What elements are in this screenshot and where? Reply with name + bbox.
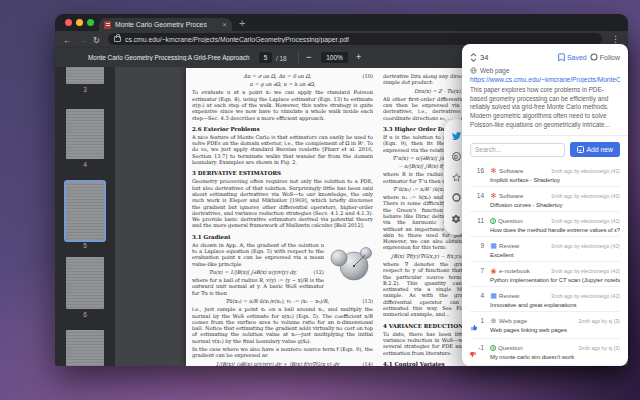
page-number-box[interactable]: 5 [259, 52, 272, 63]
vote-arrows-icon[interactable] [470, 52, 477, 63]
item-title[interactable]: How does the method handle extreme value… [490, 227, 620, 233]
item-type-label: Web page [499, 317, 527, 324]
item-title[interactable]: Diffusion curves - Shadertoy [490, 202, 620, 208]
equation: u = g on ∂Ω, u = h on ∂Ω, [192, 81, 373, 87]
webpage-icon: ⊕ [490, 317, 497, 325]
item-title[interactable]: Innovative and great explanations [490, 302, 620, 308]
bookmark-icon [558, 53, 565, 62]
item-vote-zone[interactable]: 7 [466, 266, 490, 283]
item-meta: 3mth ago by electroneigo (42) [551, 293, 620, 299]
item-type-label: Software [499, 167, 523, 174]
item-score: 14 [477, 192, 484, 199]
review-icon: ▦ [490, 242, 497, 250]
equation: ∇u(x) = 1/|B(x)| ∫∂B(x) u(y)v(y) dy,(12) [192, 269, 324, 275]
list-item[interactable]: 16 ✻ Software 3mth ago by electroneigo (… [470, 162, 620, 186]
item-type-label: Review [499, 242, 519, 249]
item-meta: 2mth ago by sj (3) [578, 318, 620, 324]
thumb-up-icon[interactable] [471, 324, 478, 331]
equation: Δu = σ on Ω, Δu = 0 on Ω,(10) [192, 73, 373, 79]
item-vote-zone[interactable]: 11 [466, 216, 490, 233]
list-item[interactable]: 7 ◉ e-notebook 3mth ago by electroneigo … [470, 261, 620, 286]
item-vote-zone[interactable]: 9 [466, 241, 490, 258]
item-vote-zone[interactable]: 1 [466, 316, 490, 335]
item-meta: 3mth ago by electroneigo (42) [551, 193, 620, 199]
item-type-label: e-notebook [499, 267, 530, 274]
page-thumbnail[interactable] [66, 330, 104, 366]
gear-icon[interactable] [451, 214, 461, 224]
page-count: / 18 [276, 55, 287, 62]
item-title[interactable]: Python implementation for CT scan (Jupyt… [490, 277, 620, 283]
equation: 1/|B(x)| ∫∂B(x) u(y)v(y) dy + ∫B(x) f(y)… [192, 361, 373, 366]
list-item[interactable]: 1 ⊕ Web page 2mth ago by sj (3) Web page… [470, 311, 620, 338]
tab-close-icon[interactable]: × [222, 21, 227, 29]
pdf-column-left: Δu = σ on Ω, Δu = 0 on Ω,(10)u = g on ∂Ω… [192, 71, 373, 366]
thumbnail-page-number: 3 [66, 86, 104, 93]
page-thumbnail[interactable] [66, 67, 104, 84]
source-link[interactable]: https://www.cs.cmu.edu/~kmcrane/Projects… [470, 76, 620, 83]
thumbnail-page-number: 5 [66, 242, 104, 249]
traffic-light-zoom[interactable] [87, 19, 94, 26]
follow-button[interactable]: Follow [590, 53, 620, 61]
globe-icon [470, 67, 477, 74]
section-heading: 3 DERIVATIVE ESTIMATORS [192, 170, 373, 176]
page-thumbnail[interactable] [66, 182, 104, 240]
circle-icon[interactable] [452, 193, 461, 202]
item-vote-zone[interactable]: -1 [466, 343, 490, 362]
item-vote-zone[interactable]: 4 [466, 291, 490, 308]
star-icon[interactable] [452, 173, 461, 182]
list-item[interactable]: -1 Files 3mth ago by electroneigo (42) F… [470, 365, 620, 366]
software-icon: ✻ [490, 167, 497, 175]
forward-button[interactable]: → [78, 35, 87, 45]
annotation-list: 16 ✻ Software 3mth ago by electroneigo (… [470, 162, 620, 366]
page-thumbnail[interactable] [66, 257, 104, 309]
vote-count: 34 [480, 53, 488, 62]
item-meta: 3mth ago by electroneigo (42) [551, 268, 620, 274]
thumbnail-panel: 3456 [55, 67, 115, 366]
body-paragraph: A nice feature of Monte Carlo is that es… [192, 134, 373, 165]
item-vote-zone[interactable]: 16 [466, 166, 490, 183]
lock-icon [114, 36, 121, 42]
saved-button[interactable]: Saved [558, 53, 587, 62]
spheres-figure [327, 243, 373, 283]
body-paragraph: To evaluate u at a point x₀ we can apply… [192, 89, 373, 120]
zoom-out-button[interactable]: − [306, 52, 311, 62]
list-item[interactable]: 14 ✻ Software 3mth ago by electroneigo (… [470, 186, 620, 211]
bird-icon[interactable] [451, 131, 462, 141]
list-item[interactable]: 9 ▦ Review 3mth ago by electroneigo (42)… [470, 236, 620, 261]
search-input[interactable] [470, 143, 565, 157]
item-type-label: Software [499, 192, 523, 199]
section-heading: 3.1 Gradient [192, 234, 373, 240]
item-title[interactable]: Implicit surface - Shadertoy [490, 177, 620, 183]
item-score: 16 [477, 167, 484, 174]
reload-button[interactable]: ↻ [93, 35, 100, 45]
new-tab-button[interactable]: + [239, 17, 245, 29]
thumbnail-page-number: 6 [66, 311, 104, 318]
browser-tab[interactable]: Monte Carlo Geometry Proces × [99, 18, 232, 31]
zoom-level[interactable]: 100% [321, 52, 348, 63]
page-thumbnail[interactable] [66, 109, 104, 159]
item-score: 4 [480, 292, 484, 299]
software-icon: ✻ [490, 192, 497, 200]
item-score: 7 [480, 267, 484, 274]
list-item[interactable]: 4 ▦ Review 3mth ago by electroneigo (42)… [470, 286, 620, 311]
follow-circle-icon [590, 53, 598, 61]
tab-strip: Monte Carlo Geometry Proces × + [55, 14, 628, 31]
browser-menu-icon[interactable]: ⋮ [611, 34, 620, 44]
d-badge-icon[interactable]: D [452, 152, 461, 161]
traffic-light-minimize[interactable] [76, 19, 83, 26]
traffic-light-close[interactable] [65, 19, 72, 26]
item-title[interactable]: Excellent [490, 252, 620, 258]
item-title[interactable]: My monte carlo sim doesn't work [490, 354, 620, 360]
item-vote-zone[interactable]: 14 [466, 191, 490, 208]
back-button[interactable]: ← [63, 35, 72, 45]
body-paragraph: Geometry processing often requires not o… [192, 178, 373, 228]
item-score: 1 [480, 317, 484, 324]
thumb-down-icon[interactable] [469, 351, 476, 358]
zoom-in-button[interactable]: + [356, 52, 361, 62]
section-heading: 2.6 Exterior Problems [192, 126, 373, 132]
add-new-button[interactable]: + Add new [570, 142, 620, 157]
question-icon: ? [490, 218, 496, 224]
list-item[interactable]: 11 ? Question 3mth ago by electroneigo (… [470, 211, 620, 236]
list-item[interactable]: -1 ? Question 2mth ago by sj (3) My mont… [470, 338, 620, 365]
item-title[interactable]: Web pages linking web pages [490, 327, 620, 333]
